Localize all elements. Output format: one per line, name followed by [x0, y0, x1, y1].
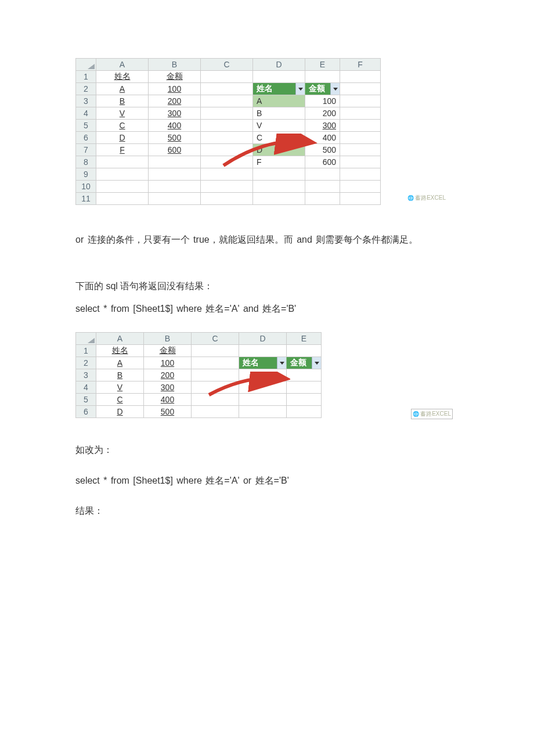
cell-B3[interactable]: 200 [149, 95, 201, 107]
row-header-4[interactable]: 4 [76, 381, 96, 394]
cell-A1[interactable]: 姓名 [96, 71, 149, 83]
row-header-3[interactable]: 3 [76, 95, 96, 107]
cell-C1[interactable] [201, 71, 253, 83]
cell-C4[interactable] [192, 381, 239, 394]
cell-C9[interactable] [201, 168, 253, 181]
cell-B5[interactable]: 400 [144, 394, 192, 406]
column-header-C[interactable]: C [192, 333, 239, 345]
cell-A6[interactable]: D [96, 406, 144, 418]
cell-D4[interactable] [239, 381, 287, 394]
cell-C1[interactable] [192, 345, 239, 357]
cell-D6[interactable] [239, 406, 287, 418]
cell-A3[interactable]: B [96, 369, 144, 381]
cell-E4[interactable] [287, 381, 322, 394]
row-header-7[interactable]: 7 [76, 144, 96, 156]
cell-D7[interactable]: D [253, 144, 305, 156]
cell-A5[interactable]: C [96, 394, 144, 406]
cell-D9[interactable] [253, 168, 305, 181]
cell-E5[interactable]: 300 [305, 120, 340, 132]
cell-C5[interactable] [201, 120, 253, 132]
cell-E1[interactable] [305, 71, 340, 83]
row-header-6[interactable]: 6 [76, 132, 96, 144]
filter-header-name[interactable]: 姓名 [253, 83, 305, 95]
column-header-E[interactable]: E [287, 333, 322, 345]
cell-E11[interactable] [305, 193, 340, 205]
cell-D6[interactable]: C [253, 132, 305, 144]
cell-D11[interactable] [253, 193, 305, 205]
filter-dropdown-icon[interactable] [330, 83, 340, 95]
cell-D4[interactable]: B [253, 107, 305, 120]
cell-A5[interactable]: C [96, 120, 149, 132]
cell-C7[interactable] [201, 144, 253, 156]
cell-D3[interactable]: A [253, 95, 305, 107]
filter-dropdown-icon[interactable] [312, 357, 321, 369]
cell-C2[interactable] [201, 83, 253, 95]
cell-E6[interactable]: 400 [305, 132, 340, 144]
cell-D3[interactable] [239, 369, 287, 381]
column-header-D[interactable]: D [253, 59, 305, 71]
cell-A10[interactable] [96, 181, 149, 193]
cell-E3[interactable] [287, 369, 322, 381]
row-header-5[interactable]: 5 [76, 394, 96, 406]
cell-C8[interactable] [201, 156, 253, 168]
row-header-9[interactable]: 9 [76, 168, 96, 181]
column-header-B[interactable]: B [144, 333, 192, 345]
cell-F2[interactable] [340, 83, 381, 95]
cell-E7[interactable]: 500 [305, 144, 340, 156]
cell-C2[interactable] [192, 357, 239, 369]
cell-F3[interactable] [340, 95, 381, 107]
filter-dropdown-icon[interactable] [295, 83, 305, 95]
cell-B7[interactable]: 600 [149, 144, 201, 156]
cell-A6[interactable]: D [96, 132, 149, 144]
cell-A4[interactable]: V [96, 381, 144, 394]
cell-B2[interactable]: 100 [149, 83, 201, 95]
cell-B1[interactable]: 金额 [144, 345, 192, 357]
cell-B4[interactable]: 300 [144, 381, 192, 394]
row-header-11[interactable]: 11 [76, 193, 96, 205]
cell-E4[interactable]: 200 [305, 107, 340, 120]
cell-B4[interactable]: 300 [149, 107, 201, 120]
row-header-4[interactable]: 4 [76, 107, 96, 120]
cell-C5[interactable] [192, 394, 239, 406]
cell-E9[interactable] [305, 168, 340, 181]
column-header-D[interactable]: D [239, 333, 287, 345]
row-header-10[interactable]: 10 [76, 181, 96, 193]
cell-B9[interactable] [149, 168, 201, 181]
filter-header-amount[interactable]: 金额 [305, 83, 340, 95]
row-header-3[interactable]: 3 [76, 369, 96, 381]
column-header-C[interactable]: C [201, 59, 253, 71]
cell-A4[interactable]: V [96, 107, 149, 120]
filter-dropdown-icon[interactable] [277, 357, 286, 369]
cell-B5[interactable]: 400 [149, 120, 201, 132]
cell-F9[interactable] [340, 168, 381, 181]
cell-F11[interactable] [340, 193, 381, 205]
row-header-2[interactable]: 2 [76, 83, 96, 95]
cell-F7[interactable] [340, 144, 381, 156]
filter-header-amount[interactable]: 金额 [287, 357, 322, 369]
cell-E3[interactable]: 100 [305, 95, 340, 107]
cell-D10[interactable] [253, 181, 305, 193]
cell-C4[interactable] [201, 107, 253, 120]
cell-D5[interactable]: V [253, 120, 305, 132]
cell-E5[interactable] [287, 394, 322, 406]
cell-A1[interactable]: 姓名 [96, 345, 144, 357]
filter-header-name[interactable]: 姓名 [239, 357, 287, 369]
row-header-5[interactable]: 5 [76, 120, 96, 132]
row-header-2[interactable]: 2 [76, 357, 96, 369]
select-all-corner[interactable] [76, 59, 96, 71]
cell-F5[interactable] [340, 120, 381, 132]
row-header-6[interactable]: 6 [76, 406, 96, 418]
cell-D1[interactable] [253, 71, 305, 83]
cell-F6[interactable] [340, 132, 381, 144]
row-header-1[interactable]: 1 [76, 345, 96, 357]
column-header-F[interactable]: F [340, 59, 381, 71]
cell-A3[interactable]: B [96, 95, 149, 107]
cell-F10[interactable] [340, 181, 381, 193]
column-header-E[interactable]: E [305, 59, 340, 71]
cell-B2[interactable]: 100 [144, 357, 192, 369]
cell-C6[interactable] [201, 132, 253, 144]
cell-B3[interactable]: 200 [144, 369, 192, 381]
cell-D1[interactable] [239, 345, 287, 357]
cell-A2[interactable]: A [96, 83, 149, 95]
cell-D8[interactable]: F [253, 156, 305, 168]
